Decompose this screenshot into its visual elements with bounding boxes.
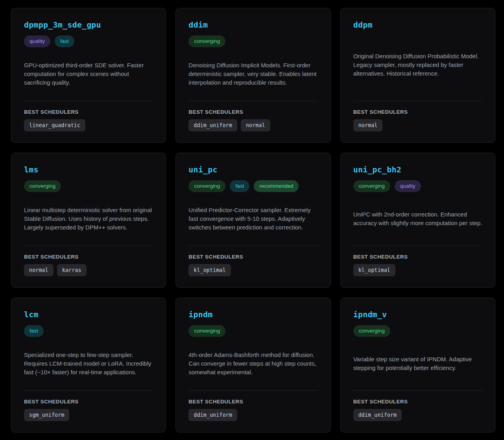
sampler-card: dpmpp_3m_sde_gpu qualityfast GPU-optimiz… xyxy=(11,8,166,143)
sampler-description: Original Denoising Diffusion Probabilist… xyxy=(353,52,482,78)
tag-list: converging xyxy=(188,35,318,47)
sampler-card: ipndm_v converging Variable step size va… xyxy=(340,298,495,433)
sampler-title: ddim xyxy=(188,20,318,30)
sampler-description: 4th-order Adams-Bashforth method for dif… xyxy=(188,351,318,377)
scheduler-chip-sgm_uniform: sgm_uniform xyxy=(24,409,69,422)
tag-converging: converging xyxy=(353,180,390,192)
sampler-card: uni_pc convergingfastrecommended Unified… xyxy=(175,153,330,288)
description-wrap: Specialized one-step to few-step sampler… xyxy=(24,337,153,390)
tag-quality: quality xyxy=(24,35,50,47)
best-schedulers-section: BEST SCHEDULERS kl_optimal xyxy=(353,246,482,277)
sampler-card: ddpm Original Denoising Diffusion Probab… xyxy=(340,8,495,143)
tag-recommended: recommended xyxy=(254,180,299,192)
scheduler-list: ddim_uniformnormal xyxy=(188,119,318,132)
best-schedulers-label: BEST SCHEDULERS xyxy=(24,109,153,115)
sampler-description: Variable step size variant of IPNDM. Ada… xyxy=(353,355,482,372)
scheduler-list: kl_optimal xyxy=(353,264,482,277)
best-schedulers-label: BEST SCHEDULERS xyxy=(188,109,318,115)
best-schedulers-section: BEST SCHEDULERS kl_optimal xyxy=(188,246,318,277)
best-schedulers-label: BEST SCHEDULERS xyxy=(24,254,153,260)
scheduler-list: normalkarras xyxy=(24,264,153,277)
best-schedulers-section: BEST SCHEDULERS linear_quadratic xyxy=(24,101,153,132)
scheduler-chip-normal: normal xyxy=(353,119,383,132)
best-schedulers-section: BEST SCHEDULERS ddim_uniform xyxy=(353,390,482,422)
description-wrap: Unified Predictor-Corrector sampler. Ext… xyxy=(188,192,318,246)
tag-converging: converging xyxy=(188,325,225,337)
tag-fast: fast xyxy=(230,180,249,192)
best-schedulers-label: BEST SCHEDULERS xyxy=(188,399,318,405)
description-wrap: Denoising Diffusion Implicit Models. Fir… xyxy=(188,47,318,101)
scheduler-list: sgm_uniform xyxy=(24,409,153,422)
sampler-description: Specialized one-step to few-step sampler… xyxy=(24,351,153,377)
scheduler-chip-normal: normal xyxy=(24,264,54,277)
best-schedulers-section: BEST SCHEDULERS sgm_uniform xyxy=(24,390,153,422)
description-wrap: UniPC with 2nd-order correction. Enhance… xyxy=(353,192,482,246)
sampler-card-grid: dpmpp_3m_sde_gpu qualityfast GPU-optimiz… xyxy=(11,8,495,433)
best-schedulers-label: BEST SCHEDULERS xyxy=(188,254,318,260)
scheduler-list: linear_quadratic xyxy=(24,119,153,132)
best-schedulers-section: BEST SCHEDULERS normalkarras xyxy=(24,246,153,277)
best-schedulers-label: BEST SCHEDULERS xyxy=(353,399,482,405)
sampler-title: dpmpp_3m_sde_gpu xyxy=(24,20,153,30)
scheduler-chip-ddim_uniform: ddim_uniform xyxy=(188,119,237,132)
tag-quality: quality xyxy=(395,180,421,192)
scheduler-chip-ddim_uniform: ddim_uniform xyxy=(353,409,402,422)
sampler-description: Denoising Diffusion Implicit Models. Fir… xyxy=(188,61,318,87)
tag-converging: converging xyxy=(353,325,390,337)
sampler-description: Linear multistep deterministic solver fr… xyxy=(24,206,153,232)
tag-converging: converging xyxy=(188,180,225,192)
tag-list: converging xyxy=(188,325,318,337)
description-wrap: 4th-order Adams-Bashforth method for dif… xyxy=(188,337,318,390)
best-schedulers-label: BEST SCHEDULERS xyxy=(353,254,482,260)
scheduler-list: kl_optimal xyxy=(188,264,318,277)
best-schedulers-section: BEST SCHEDULERS ddim_uniformnormal xyxy=(188,101,318,132)
sampler-card: uni_pc_bh2 convergingquality UniPC with … xyxy=(340,153,495,288)
sampler-card: lcm fast Specialized one-step to few-ste… xyxy=(11,298,166,433)
sampler-title: ddpm xyxy=(353,20,482,30)
best-schedulers-section: BEST SCHEDULERS normal xyxy=(353,101,482,132)
tag-list: qualityfast xyxy=(24,35,153,47)
tag-list: convergingquality xyxy=(353,180,482,192)
sampler-card: lms converging Linear multistep determin… xyxy=(11,153,166,288)
scheduler-chip-linear_quadratic: linear_quadratic xyxy=(24,119,85,132)
tag-list: converging xyxy=(353,325,482,337)
scheduler-chip-kl_optimal: kl_optimal xyxy=(353,264,395,277)
sampler-card: ipndm converging 4th-order Adams-Bashfor… xyxy=(175,298,330,433)
scheduler-chip-karras: karras xyxy=(57,264,87,277)
sampler-description: Unified Predictor-Corrector sampler. Ext… xyxy=(188,206,318,232)
best-schedulers-label: BEST SCHEDULERS xyxy=(24,399,153,405)
description-wrap: Original Denoising Diffusion Probabilist… xyxy=(353,30,482,101)
tag-list: convergingfastrecommended xyxy=(188,180,318,192)
scheduler-chip-normal: normal xyxy=(241,119,270,132)
sampler-title: lcm xyxy=(24,310,153,319)
sampler-title: lms xyxy=(24,165,153,174)
scheduler-list: ddim_uniform xyxy=(353,409,482,422)
tag-fast: fast xyxy=(55,35,74,47)
scheduler-chip-ddim_uniform: ddim_uniform xyxy=(188,409,237,422)
tag-converging: converging xyxy=(24,180,61,192)
sampler-description: GPU-optimized third-order SDE solver. Fa… xyxy=(24,61,153,87)
sampler-card: ddim converging Denoising Diffusion Impl… xyxy=(175,8,330,143)
sampler-title: ipndm_v xyxy=(353,310,482,319)
scheduler-chip-kl_optimal: kl_optimal xyxy=(188,264,231,277)
scheduler-list: ddim_uniform xyxy=(188,409,318,422)
tag-list: converging xyxy=(24,180,153,192)
sampler-description: UniPC with 2nd-order correction. Enhance… xyxy=(353,210,482,227)
tag-fast: fast xyxy=(24,325,44,337)
best-schedulers-section: BEST SCHEDULERS ddim_uniform xyxy=(188,390,318,422)
sampler-title: uni_pc xyxy=(188,165,318,174)
scheduler-list: normal xyxy=(353,119,482,132)
sampler-title: uni_pc_bh2 xyxy=(353,165,482,174)
best-schedulers-label: BEST SCHEDULERS xyxy=(353,109,482,115)
description-wrap: GPU-optimized third-order SDE solver. Fa… xyxy=(24,47,153,101)
tag-converging: converging xyxy=(188,35,225,47)
description-wrap: Linear multistep deterministic solver fr… xyxy=(24,192,153,246)
description-wrap: Variable step size variant of IPNDM. Ada… xyxy=(353,337,482,390)
tag-list: fast xyxy=(24,325,153,337)
sampler-title: ipndm xyxy=(188,310,318,319)
